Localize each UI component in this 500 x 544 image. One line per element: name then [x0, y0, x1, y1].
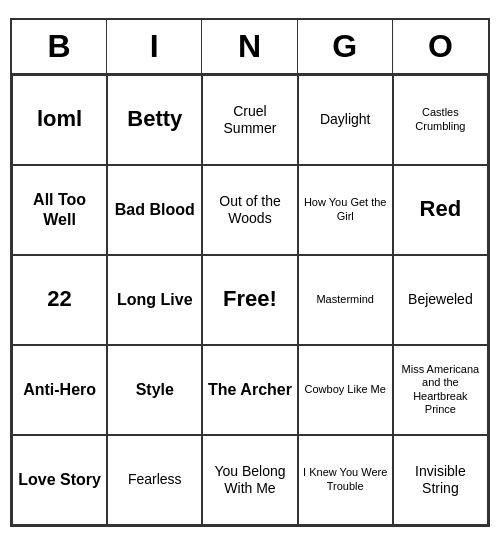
header-letter: I [107, 20, 202, 73]
bingo-card: BINGO lomlBettyCruel SummerDaylightCastl… [10, 18, 490, 527]
bingo-cell: You Belong With Me [202, 435, 297, 525]
bingo-cell: Red [393, 165, 488, 255]
bingo-cell: Miss Americana and the Heartbreak Prince [393, 345, 488, 435]
bingo-cell: loml [12, 75, 107, 165]
bingo-grid: lomlBettyCruel SummerDaylightCastles Cru… [12, 75, 488, 525]
bingo-cell: Style [107, 345, 202, 435]
bingo-cell: Anti-Hero [12, 345, 107, 435]
bingo-cell: Love Story [12, 435, 107, 525]
bingo-cell: Mastermind [298, 255, 393, 345]
bingo-cell: Long Live [107, 255, 202, 345]
bingo-cell: Free! [202, 255, 297, 345]
bingo-cell: Bejeweled [393, 255, 488, 345]
header-letter: O [393, 20, 488, 73]
header-letter: B [12, 20, 107, 73]
bingo-header: BINGO [12, 20, 488, 75]
bingo-cell: Fearless [107, 435, 202, 525]
bingo-cell: Castles Crumbling [393, 75, 488, 165]
bingo-cell: All Too Well [12, 165, 107, 255]
bingo-cell: Betty [107, 75, 202, 165]
bingo-cell: I Knew You Were Trouble [298, 435, 393, 525]
header-letter: G [298, 20, 393, 73]
bingo-cell: The Archer [202, 345, 297, 435]
header-letter: N [202, 20, 297, 73]
bingo-cell: Out of the Woods [202, 165, 297, 255]
bingo-cell: Bad Blood [107, 165, 202, 255]
bingo-cell: 22 [12, 255, 107, 345]
bingo-cell: Daylight [298, 75, 393, 165]
bingo-cell: Cruel Summer [202, 75, 297, 165]
bingo-cell: How You Get the Girl [298, 165, 393, 255]
bingo-cell: Cowboy Like Me [298, 345, 393, 435]
bingo-cell: Invisible String [393, 435, 488, 525]
